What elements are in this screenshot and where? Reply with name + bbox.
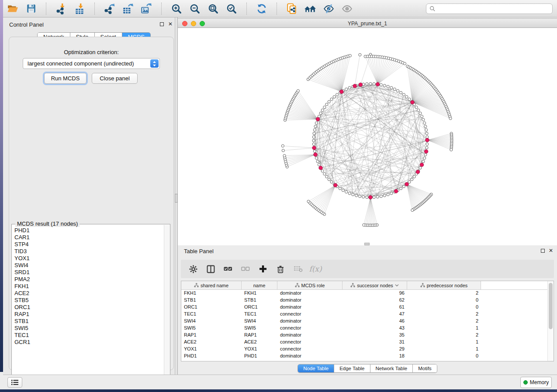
close-icon[interactable]: ✕ xyxy=(549,248,553,253)
mcds-result-item[interactable]: RAP1 xyxy=(12,311,164,318)
select-all-button[interactable] xyxy=(223,264,233,274)
save-session-button[interactable] xyxy=(24,1,38,16)
mcds-result-item[interactable]: PMA2 xyxy=(12,276,164,283)
network-window-titlebar[interactable]: YPA_prune.txt_1 xyxy=(178,18,557,28)
ring-node[interactable] xyxy=(313,132,315,135)
ring-node[interactable] xyxy=(336,93,338,96)
ring-node[interactable] xyxy=(319,112,322,114)
table-row[interactable]: SWI5SWI5connector431 xyxy=(181,325,554,332)
ring-node[interactable] xyxy=(411,178,413,181)
leaf-node[interactable] xyxy=(449,117,452,120)
ring-node[interactable] xyxy=(321,109,324,111)
add-column-button[interactable] xyxy=(258,264,268,274)
split-panel-button[interactable] xyxy=(205,264,216,274)
run-mcds-button[interactable]: Run MCDS xyxy=(44,73,86,84)
mcds-hub-node[interactable] xyxy=(319,166,323,170)
refresh-button[interactable] xyxy=(254,1,269,16)
mcds-hub-node[interactable] xyxy=(416,170,420,174)
vertical-splitter[interactable] xyxy=(175,17,178,375)
mcds-hub-node[interactable] xyxy=(411,100,415,104)
new-network-from-selection-button[interactable] xyxy=(284,1,299,16)
float-window-icon[interactable] xyxy=(160,22,164,26)
ring-node[interactable] xyxy=(425,129,428,131)
ring-node[interactable] xyxy=(352,193,354,196)
ring-node[interactable] xyxy=(318,163,320,166)
ring-node[interactable] xyxy=(333,96,336,98)
export-network-button[interactable] xyxy=(102,1,117,16)
mcds-result-item[interactable]: CAR1 xyxy=(12,234,164,241)
tab-motifs[interactable]: Motifs xyxy=(413,364,437,372)
ring-node[interactable] xyxy=(315,122,318,124)
delete-table-button[interactable] xyxy=(293,264,303,274)
tab-network-table[interactable]: Network Table xyxy=(370,364,413,372)
leaf-node[interactable] xyxy=(349,54,351,57)
ring-node[interactable] xyxy=(390,192,393,195)
export-image-button[interactable] xyxy=(139,1,154,16)
ring-node[interactable] xyxy=(383,84,386,87)
ring-node[interactable] xyxy=(426,132,428,135)
mcds-result-item[interactable]: PHD1 xyxy=(12,227,164,234)
mcds-result-item[interactable]: SRD1 xyxy=(12,269,164,276)
open-session-button[interactable] xyxy=(5,1,20,16)
ring-node[interactable] xyxy=(400,187,402,190)
column-header-MCDS-role[interactable]: MCDS role xyxy=(277,281,343,289)
mcds-hub-node[interactable] xyxy=(405,182,409,186)
ring-node[interactable] xyxy=(313,129,316,131)
float-window-icon[interactable] xyxy=(541,249,545,253)
mcds-result-item[interactable]: GCR1 xyxy=(12,339,164,346)
table-row[interactable]: RAP1RAP1dominator352 xyxy=(181,332,554,339)
ring-node[interactable] xyxy=(316,160,319,163)
mcds-result-item[interactable]: ACE2 xyxy=(12,290,164,297)
show-all-button[interactable] xyxy=(339,1,354,16)
ring-node[interactable] xyxy=(339,187,341,190)
mcds-hub-node[interactable] xyxy=(312,146,316,150)
ring-node[interactable] xyxy=(413,175,415,178)
leaf-node[interactable] xyxy=(411,209,414,211)
mcds-hub-node[interactable] xyxy=(359,83,363,87)
ring-node[interactable] xyxy=(325,103,328,106)
mcds-result-item[interactable]: STB5 xyxy=(12,297,164,304)
mcds-result-scrollbar[interactable] xyxy=(164,225,170,381)
table-scrollbar[interactable] xyxy=(547,281,554,361)
mcds-hub-node[interactable] xyxy=(333,183,337,187)
mcds-result-item[interactable]: STB1 xyxy=(12,318,164,325)
mcds-result-item[interactable]: STP4 xyxy=(12,241,164,248)
mcds-result-item[interactable]: SWI4 xyxy=(12,262,164,269)
tab-edge-table[interactable]: Edge Table xyxy=(334,364,370,372)
table-scrollbar-thumb[interactable] xyxy=(549,283,553,329)
leaf-node[interactable] xyxy=(363,224,365,226)
mcds-hub-node[interactable] xyxy=(369,196,373,199)
ring-node[interactable] xyxy=(328,100,330,103)
ring-node[interactable] xyxy=(342,189,344,192)
zoom-out-button[interactable] xyxy=(187,1,202,16)
ring-node[interactable] xyxy=(422,118,425,121)
close-panel-button[interactable]: Close panel xyxy=(92,73,138,84)
ring-node[interactable] xyxy=(380,83,382,86)
column-header-predecessor-nodes[interactable]: predecessor nodes xyxy=(407,281,481,289)
column-header-shared-name[interactable]: shared name xyxy=(181,281,242,289)
mcds-hub-node[interactable] xyxy=(426,138,429,142)
ring-node[interactable] xyxy=(417,109,420,111)
deselect-all-button[interactable] xyxy=(240,264,251,274)
close-icon[interactable]: ✕ xyxy=(168,22,173,26)
import-network-button[interactable] xyxy=(54,1,69,16)
table-row[interactable]: YOX1YOX1connector291 xyxy=(181,346,554,353)
ring-node[interactable] xyxy=(373,83,375,85)
leaf-node[interactable] xyxy=(450,148,453,151)
mcds-hub-node[interactable] xyxy=(353,84,357,88)
zoom-fit-button[interactable] xyxy=(206,1,221,16)
table-row[interactable]: ACE2ACE2connector311 xyxy=(181,339,554,346)
ring-node[interactable] xyxy=(323,172,326,175)
criterion-dropdown[interactable]: largest connected component (undirected) xyxy=(23,58,160,69)
ring-node[interactable] xyxy=(426,136,429,138)
ring-node[interactable] xyxy=(355,194,358,197)
ring-node[interactable] xyxy=(348,192,351,195)
leaf-node[interactable] xyxy=(281,144,284,147)
ring-node[interactable] xyxy=(426,143,429,145)
function-builder-button[interactable]: f(x) xyxy=(310,264,321,274)
ring-node[interactable] xyxy=(408,181,411,183)
ring-node[interactable] xyxy=(345,191,348,193)
search-field[interactable] xyxy=(426,3,553,14)
mcds-hub-node[interactable] xyxy=(424,150,428,154)
hide-selected-button[interactable] xyxy=(321,1,336,16)
